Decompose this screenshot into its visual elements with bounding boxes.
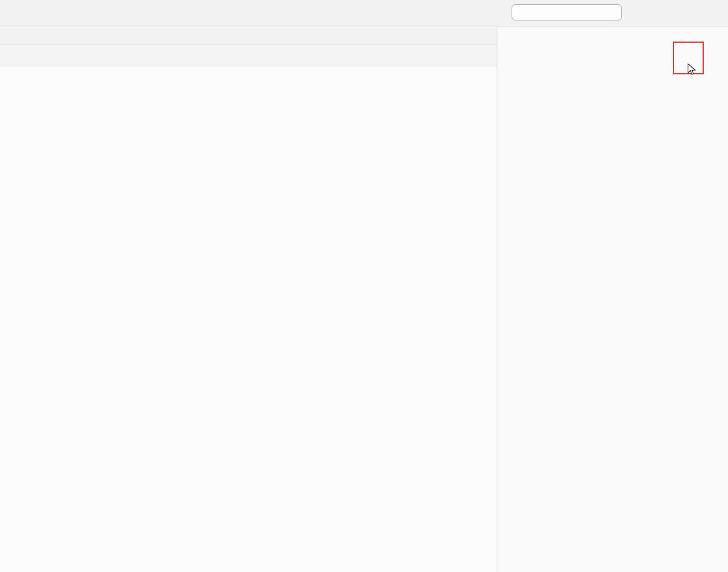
more-run-options-button[interactable] xyxy=(716,4,724,20)
maven-toolbar xyxy=(497,45,728,68)
build-hammer-button[interactable] xyxy=(490,4,505,20)
debug-button[interactable] xyxy=(650,4,665,20)
main-toolbar xyxy=(0,0,728,27)
editor-tab-bar xyxy=(0,28,497,45)
maven-panel-title xyxy=(497,28,728,45)
main-toolbar-right-group xyxy=(490,4,724,20)
maven-tool-window xyxy=(497,28,728,572)
maven-tree xyxy=(497,68,728,69)
profiler-button[interactable] xyxy=(694,4,709,20)
diagram-canvas[interactable] xyxy=(0,66,497,572)
editor-pane xyxy=(0,28,497,572)
diagram-toolbar xyxy=(0,45,497,66)
coverage-button[interactable] xyxy=(672,4,687,20)
run-configuration-select[interactable] xyxy=(512,4,622,20)
run-button[interactable] xyxy=(629,4,644,20)
ide-window xyxy=(0,0,728,572)
